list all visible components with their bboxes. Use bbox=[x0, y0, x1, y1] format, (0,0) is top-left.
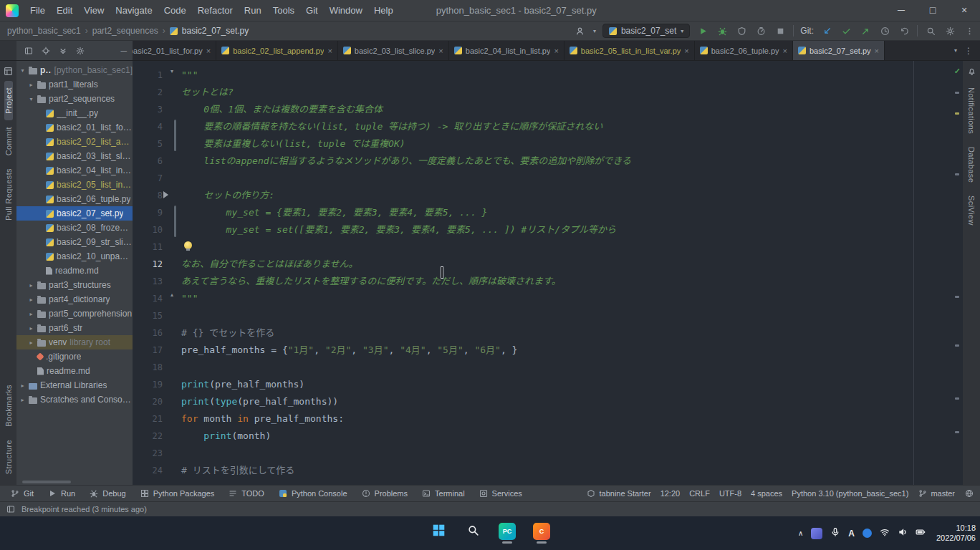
toolwindow-stripe-notifications[interactable]: Notifications bbox=[967, 81, 976, 140]
tree-item[interactable]: basic2_01_list_for.py bbox=[16, 120, 133, 135]
status-widget[interactable]: tabnine Starter bbox=[586, 488, 650, 498]
code-line[interactable]: my_set = {要素1, 要素2, 要素3, 要素4, 要素5, ... } bbox=[181, 204, 963, 221]
tree-item[interactable]: .gitignore bbox=[16, 349, 133, 364]
tree-item[interactable]: ▾python_basic_sec1 [python_basic_sec1] bbox=[16, 63, 133, 77]
tree-item[interactable]: ▸venv library root bbox=[16, 335, 133, 349]
code-line[interactable]: # リストを引数にして作る bbox=[181, 462, 963, 479]
toolwindow-button-python-console[interactable]: Python Console bbox=[278, 488, 347, 498]
code-line[interactable] bbox=[181, 170, 963, 187]
battery-icon[interactable] bbox=[916, 527, 926, 540]
line-number[interactable]: 4 bbox=[133, 118, 177, 135]
toolwindow-grid-icon[interactable] bbox=[4, 66, 13, 79]
code-line[interactable] bbox=[181, 238, 963, 256]
taskbar-app-button[interactable]: C bbox=[529, 519, 554, 548]
toolwindow-button-python-packages[interactable]: Python Packages bbox=[140, 488, 215, 498]
minimize-button[interactable]: ─ bbox=[885, 0, 917, 21]
git-push-button[interactable] bbox=[859, 24, 872, 37]
line-number[interactable]: 10 bbox=[133, 221, 177, 238]
tree-item[interactable]: ▸part3_structures bbox=[16, 278, 133, 292]
close-icon[interactable]: × bbox=[206, 47, 211, 55]
ime-indicator[interactable]: A bbox=[848, 529, 855, 539]
taskbar-search-button[interactable] bbox=[461, 519, 485, 548]
line-number[interactable]: 16 bbox=[133, 324, 177, 342]
taskbar-clock[interactable]: 10:18 2022/07/06 bbox=[936, 524, 976, 544]
code-line[interactable]: listのappendに相当するようなメソッドがあり、一度定義したあとでも、要素… bbox=[181, 153, 963, 170]
user-account-icon[interactable] bbox=[574, 24, 587, 37]
toolwindow-stripe-sciview[interactable]: SciView bbox=[967, 189, 976, 232]
close-icon[interactable]: × bbox=[438, 47, 443, 55]
toolwindow-stripe-structure[interactable]: Structure bbox=[4, 433, 13, 481]
tab-basic2_05_list_in_list_var.py[interactable]: basic2_05_list_in_list_var.py× bbox=[565, 41, 695, 60]
code-line[interactable]: 0個、1個、または複数の要素を含む集合体 bbox=[181, 101, 963, 118]
tab-basic2_01_list_for.py[interactable]: basic2_01_list_for.py× bbox=[133, 41, 216, 60]
toolwindow-stripe-bookmarks[interactable]: Bookmarks bbox=[4, 378, 13, 433]
close-icon[interactable]: × bbox=[875, 47, 879, 55]
tab-basic2_02_list_append.py[interactable]: basic2_02_list_append.py× bbox=[216, 41, 338, 60]
line-number[interactable]: 2 bbox=[133, 84, 177, 101]
line-number[interactable]: 21 bbox=[133, 410, 177, 428]
git-update-button[interactable] bbox=[820, 24, 833, 37]
status-widget[interactable]: 4 spaces bbox=[751, 489, 782, 498]
tree-item[interactable]: ▸part6_str bbox=[16, 321, 133, 335]
hide-panel-button[interactable]: ─ bbox=[120, 46, 127, 56]
code-line[interactable] bbox=[181, 307, 963, 324]
menu-file[interactable]: File bbox=[24, 0, 51, 21]
toolwindow-button-debug[interactable]: Debug bbox=[89, 488, 125, 498]
menu-navigate[interactable]: Navigate bbox=[110, 0, 158, 21]
git-commit-button[interactable] bbox=[840, 24, 852, 37]
tree-item[interactable]: basic2_10_unpack.py bbox=[16, 249, 133, 264]
rollback-button[interactable] bbox=[898, 24, 911, 37]
code-area[interactable]: """セットとは? 0個、1個、または複数の要素を含む集合体 要素の順番情報を持… bbox=[177, 61, 963, 485]
tab-basic2_06_tuple.py[interactable]: basic2_06_tuple.py× bbox=[695, 41, 793, 60]
tree-item[interactable]: readme.md bbox=[16, 264, 133, 278]
close-icon[interactable]: × bbox=[783, 47, 787, 55]
toolwindow-switcher-icon[interactable] bbox=[6, 504, 16, 514]
status-widget[interactable]: CRLF bbox=[689, 489, 710, 498]
line-number[interactable]: 17 bbox=[133, 342, 177, 359]
close-button[interactable]: × bbox=[948, 0, 980, 21]
line-number[interactable]: 12 bbox=[133, 256, 177, 273]
code-line[interactable]: セットの作り方: bbox=[181, 187, 963, 204]
more-options-button[interactable] bbox=[963, 24, 976, 37]
toolwindow-stripe-database[interactable]: Database bbox=[967, 140, 976, 189]
close-icon[interactable]: × bbox=[554, 47, 558, 55]
collapse-all-button[interactable] bbox=[58, 46, 68, 56]
line-number[interactable]: 13 bbox=[133, 273, 177, 290]
bell-icon[interactable] bbox=[967, 66, 976, 79]
menu-window[interactable]: Window bbox=[324, 0, 368, 21]
tree-item[interactable]: basic2_06_tuple.py bbox=[16, 192, 133, 206]
error-stripe[interactable]: ✓ bbox=[952, 61, 963, 485]
line-number[interactable]: 15 bbox=[133, 307, 177, 324]
tree-item[interactable]: ▸part4_dictionary bbox=[16, 292, 133, 307]
code-line[interactable]: """ bbox=[181, 67, 963, 84]
menu-view[interactable]: View bbox=[78, 0, 110, 21]
tree-item[interactable]: basic2_09_str_slice.py bbox=[16, 235, 133, 249]
tab-basic2_03_list_slice.py[interactable]: basic2_03_list_slice.py× bbox=[338, 41, 449, 60]
menu-tools[interactable]: Tools bbox=[267, 0, 300, 21]
fold-marker-icon[interactable]: ▴ bbox=[170, 291, 173, 298]
status-widget[interactable]: UTF-8 bbox=[719, 489, 741, 498]
tree-item[interactable]: basic2_03_list_slice.py bbox=[16, 149, 133, 163]
toolwindow-stripe-commit[interactable]: Commit bbox=[4, 120, 13, 162]
toolwindow-button-problems[interactable]: Problems bbox=[361, 488, 408, 498]
line-number[interactable]: 19 bbox=[133, 376, 177, 393]
breadcrumb-item[interactable]: basic2_07_set.py bbox=[182, 26, 249, 36]
toolwindow-stripe-pull-requests[interactable]: Pull Requests bbox=[4, 162, 13, 227]
volume-icon[interactable] bbox=[898, 527, 908, 540]
fold-marker-icon[interactable]: ▾ bbox=[170, 68, 173, 74]
bluetooth-tray-icon[interactable] bbox=[863, 529, 872, 538]
line-number[interactable]: 5 bbox=[133, 135, 177, 153]
run-button[interactable] bbox=[696, 24, 709, 37]
editor[interactable]: 123456789101112131415161718192021222324 … bbox=[133, 61, 963, 485]
line-number[interactable]: 3 bbox=[133, 101, 177, 118]
tab-basic2_04_list_in_list.py[interactable]: basic2_04_list_in_list.py× bbox=[449, 41, 565, 60]
microphone-icon[interactable] bbox=[830, 527, 840, 540]
close-icon[interactable]: × bbox=[684, 47, 688, 55]
search-everywhere-button[interactable] bbox=[924, 24, 937, 37]
code-line[interactable]: """ bbox=[181, 290, 963, 307]
tree-item[interactable]: basic2_07_set.py bbox=[16, 206, 133, 221]
line-number[interactable]: 6 bbox=[133, 153, 177, 170]
code-line[interactable]: for month in pre_half_months: bbox=[181, 410, 963, 428]
code-line[interactable]: my_set = set([要素1, 要素2, 要素3, 要素4, 要素5, .… bbox=[181, 221, 963, 238]
line-number[interactable]: 24 bbox=[133, 462, 177, 479]
